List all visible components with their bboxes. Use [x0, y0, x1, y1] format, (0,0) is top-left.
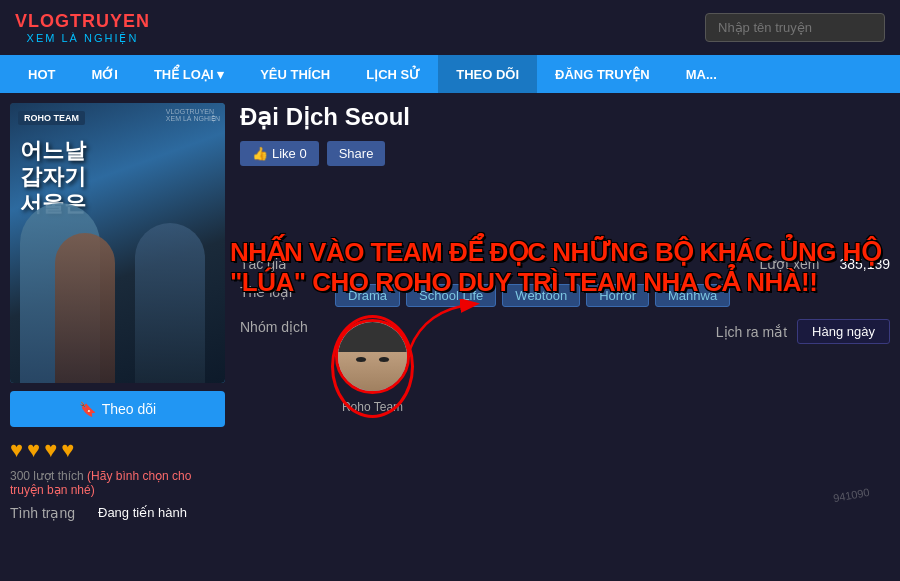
star-1[interactable]: ♥: [10, 437, 23, 463]
stars-row: ♥ ♥ ♥ ♥: [10, 437, 225, 463]
follow-button[interactable]: 🔖 Theo dõi: [10, 391, 225, 427]
nav-ma[interactable]: MA...: [668, 55, 735, 93]
nav-hot[interactable]: HOT: [10, 55, 73, 93]
logo[interactable]: VLOGTRUYEN XEM LÀ NGHIỆN: [15, 11, 150, 45]
right-panel: Đại Dịch Seoul 👍 Like 0 Share NHẤN VÀO T…: [240, 103, 890, 521]
star-3[interactable]: ♥: [44, 437, 57, 463]
star-4[interactable]: ♥: [61, 437, 74, 463]
translator-row: Nhóm dịch Roho Team: [240, 319, 890, 414]
manga-cover: ROHO TEAM VLOGTRUYENXEM LÀ NGHIỆN 어느날 갑자…: [10, 103, 225, 383]
logo-top: VLOGTRUYEN: [15, 11, 150, 32]
release-badge: Hàng ngày: [797, 319, 890, 344]
vote-text: 300 lượt thích (Hãy bình chọn cho truyện…: [10, 469, 225, 497]
share-button[interactable]: Share: [327, 141, 386, 166]
status-row: Tình trạng Đang tiến hành: [10, 505, 225, 521]
release-info: Lịch ra mắt Hàng ngày: [716, 319, 890, 344]
thumbs-up-icon: 👍: [252, 146, 268, 161]
manga-title: Đại Dịch Seoul: [240, 103, 890, 131]
left-panel: ROHO TEAM VLOGTRUYENXEM LÀ NGHIỆN 어느날 갑자…: [10, 103, 225, 521]
nav-moi[interactable]: MỚI: [73, 55, 135, 93]
cover-team-badge: ROHO TEAM: [18, 111, 85, 125]
action-buttons: 👍 Like 0 Share: [240, 141, 890, 166]
star-2[interactable]: ♥: [27, 437, 40, 463]
search-input[interactable]: [705, 13, 885, 42]
overlay-promo-text: NHẤN VÀO TEAM ĐỂ ĐỌC NHỮNG BỘ KHÁC ỦNG H…: [230, 238, 890, 298]
nav-the-loai[interactable]: THỂ LOẠI ▾: [136, 55, 242, 93]
translator-avatar: [335, 319, 410, 394]
like-button[interactable]: 👍 Like 0: [240, 141, 319, 166]
cover-watermark: VLOGTRUYENXEM LÀ NGHIỆN: [166, 108, 220, 123]
bookmark-icon: 🔖: [79, 401, 96, 417]
navbar: HOT MỚI THỂ LOẠI ▾ YÊU THÍCH LỊCH SỬ THE…: [0, 55, 900, 93]
translator-name: Roho Team: [335, 400, 410, 414]
logo-bottom: XEM LÀ NGHIỆN: [27, 32, 139, 45]
translator-avatar-wrap[interactable]: Roho Team: [335, 319, 410, 414]
nav-yeu-thich[interactable]: YÊU THÍCH: [242, 55, 348, 93]
arrow-icon: [405, 299, 485, 359]
nav-lich-su[interactable]: LỊCH SỬ: [348, 55, 438, 93]
header: VLOGTRUYEN XEM LÀ NGHIỆN: [0, 0, 900, 55]
main-content: ROHO TEAM VLOGTRUYENXEM LÀ NGHIỆN 어느날 갑자…: [0, 93, 900, 531]
nav-theo-doi[interactable]: THEO DÕI: [438, 55, 537, 93]
nav-dang-truyen[interactable]: ĐĂNG TRUYỆN: [537, 55, 668, 93]
